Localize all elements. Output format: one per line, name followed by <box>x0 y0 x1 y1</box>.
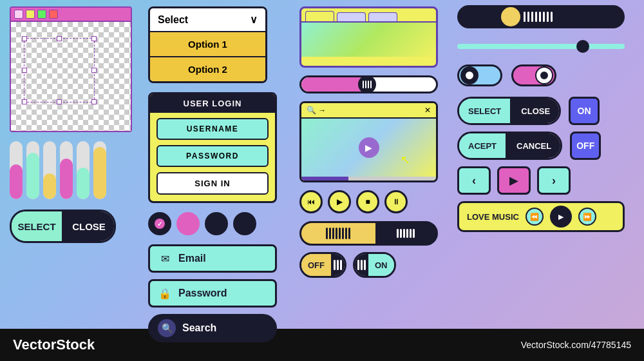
password-field[interactable]: PASSWORD <box>156 145 269 167</box>
dot-2[interactable] <box>176 212 200 235</box>
slider-bar-6[interactable] <box>93 141 106 199</box>
handle-tr[interactable] <box>91 36 97 41</box>
progress-bar[interactable] <box>299 75 438 93</box>
toggle-off-switch[interactable] <box>457 64 502 86</box>
lm-rewind-btn[interactable]: ⏪ <box>526 208 544 226</box>
video-progress[interactable] <box>301 177 436 180</box>
pause-btn[interactable]: ⏸ <box>384 190 408 213</box>
acept-cancel-row: ACEPT CANCEL OFF <box>457 132 631 160</box>
lm-play-btn[interactable]: ▶ <box>550 206 572 228</box>
thin-knob[interactable] <box>576 40 589 53</box>
toggle-handle-off <box>331 254 345 276</box>
progress-handle[interactable] <box>358 75 376 93</box>
browser-tab-2[interactable] <box>337 12 366 21</box>
dropdown-widget[interactable]: Select ∨ Option 1 Option 2 <box>148 6 267 83</box>
signin-button[interactable]: SIGN IN <box>156 172 269 195</box>
titlebar-icon-1[interactable] <box>14 10 23 19</box>
handle-tl[interactable] <box>22 36 27 41</box>
dot-4[interactable] <box>233 212 256 235</box>
email-field-row[interactable]: ✉ Email <box>148 244 277 273</box>
dropdown-header[interactable]: Select ∨ <box>150 8 265 32</box>
t4 <box>357 260 359 270</box>
video-progress-fill <box>301 177 348 180</box>
dot-1[interactable] <box>148 212 171 235</box>
big-slider-track[interactable] <box>457 5 625 28</box>
big-slider-knob[interactable] <box>499 5 522 28</box>
password-icon: 🔒 <box>158 286 172 300</box>
slider-bar-2[interactable] <box>26 141 39 199</box>
handle-tm[interactable] <box>57 36 62 41</box>
skip-back-btn[interactable]: ⏮ <box>299 190 323 213</box>
handle-line-1 <box>363 81 364 88</box>
tick-1 <box>326 228 328 239</box>
handle-bm[interactable] <box>57 99 62 104</box>
handle-ml[interactable] <box>22 68 27 73</box>
t1 <box>334 260 336 270</box>
handle-br[interactable] <box>91 99 97 104</box>
audio-slider[interactable] <box>299 221 438 246</box>
window-titlebar <box>11 8 131 22</box>
sliders-group <box>10 141 138 199</box>
window-content <box>11 22 131 131</box>
toggle-knob-right <box>535 66 553 84</box>
search-field-row[interactable]: 🔍 Search <box>148 314 277 342</box>
stop-btn[interactable]: ■ <box>356 190 379 213</box>
on-button[interactable]: ON <box>569 97 600 125</box>
titlebar-minimize[interactable] <box>26 10 35 19</box>
username-field[interactable]: USERNAME <box>156 118 269 140</box>
toggle-handle-on <box>355 254 368 276</box>
login-title: USER LOGIN <box>150 94 275 113</box>
thin-slider[interactable] <box>457 39 625 54</box>
bt5 <box>539 12 541 22</box>
dropdown-option-2[interactable]: Option 2 <box>150 57 265 81</box>
selection-box <box>24 38 95 102</box>
dropdown-option-1[interactable]: Option 1 <box>150 32 265 57</box>
handle-bl[interactable] <box>22 99 27 104</box>
scr-select-btn[interactable]: SELECT <box>459 99 512 123</box>
accept-cancel-btn[interactable]: ACEPT CANCEL <box>457 132 562 160</box>
tick-2 <box>329 228 331 239</box>
email-label: Email <box>178 253 206 264</box>
handle-line-4 <box>370 81 372 88</box>
handle-mr[interactable] <box>91 68 97 73</box>
accept-btn[interactable]: ACEPT <box>459 133 507 158</box>
password-field-row[interactable]: 🔒 Password <box>148 279 277 307</box>
tick-r-5 <box>410 229 412 238</box>
scr-close-btn[interactable]: CLOSE <box>512 99 559 123</box>
titlebar-close[interactable] <box>49 10 58 19</box>
slider-bar-5[interactable] <box>77 141 90 199</box>
browser-tab-3[interactable] <box>368 12 397 21</box>
browser-tab-1[interactable] <box>305 11 334 21</box>
play-btn[interactable]: ▶ <box>328 190 351 213</box>
slider-bar-1[interactable] <box>10 141 23 199</box>
off-toggle[interactable]: OFF <box>299 252 346 278</box>
select-button[interactable]: SELECT <box>12 211 64 241</box>
lm-forward-btn[interactable]: ⏩ <box>578 208 596 226</box>
tick-8 <box>348 228 350 239</box>
footer-bar: VectorStock VectorStock.com/47785145 <box>0 329 644 361</box>
select-close-right-row: SELECT CLOSE ON <box>457 97 631 125</box>
video-play-btn[interactable]: ▶ <box>359 137 379 158</box>
password-label: Password <box>178 288 227 299</box>
video-close-icon[interactable]: ✕ <box>424 106 431 115</box>
bt7 <box>547 12 549 22</box>
slider-bar-4[interactable] <box>60 141 73 199</box>
on-toggle[interactable]: ON <box>353 252 396 278</box>
dot-3[interactable] <box>205 212 228 235</box>
cancel-btn[interactable]: CANCEL <box>507 133 560 158</box>
toggle-on-switch[interactable] <box>511 64 556 86</box>
main-canvas: SELECT CLOSE Select ∨ Option 1 Option 2 … <box>0 0 644 329</box>
cursor-icon: ↖ <box>401 153 410 167</box>
close-button[interactable]: CLOSE <box>64 211 114 241</box>
video-screen: ▶ ↖ <box>301 119 436 177</box>
titlebar-maximize[interactable] <box>37 10 46 19</box>
nav-play-btn[interactable]: ▶ <box>497 166 531 195</box>
off-button[interactable]: OFF <box>570 132 601 160</box>
tick-4 <box>336 228 337 239</box>
select-close-right-btn[interactable]: SELECT CLOSE <box>457 97 561 125</box>
nav-prev-btn[interactable]: ‹ <box>457 166 491 195</box>
slider-bar-3[interactable] <box>43 141 56 199</box>
select-close-group[interactable]: SELECT CLOSE <box>10 210 116 243</box>
nav-next-btn[interactable]: › <box>537 166 571 195</box>
browser-window <box>299 6 438 68</box>
